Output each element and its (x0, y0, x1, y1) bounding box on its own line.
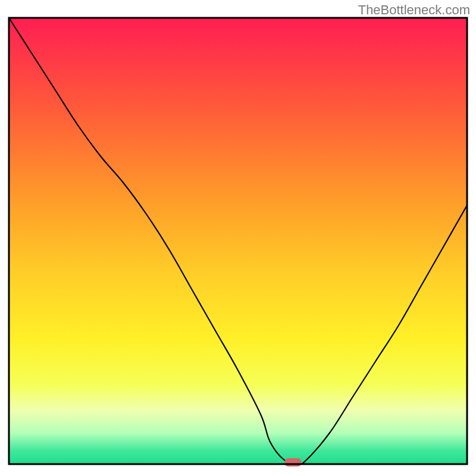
minimum-marker (284, 458, 301, 466)
chart-container: TheBottleneck.com (0, 0, 476, 476)
plot-background (9, 18, 467, 464)
watermark-text: TheBottleneck.com (358, 2, 470, 18)
bottleneck-curve-chart (0, 0, 476, 476)
